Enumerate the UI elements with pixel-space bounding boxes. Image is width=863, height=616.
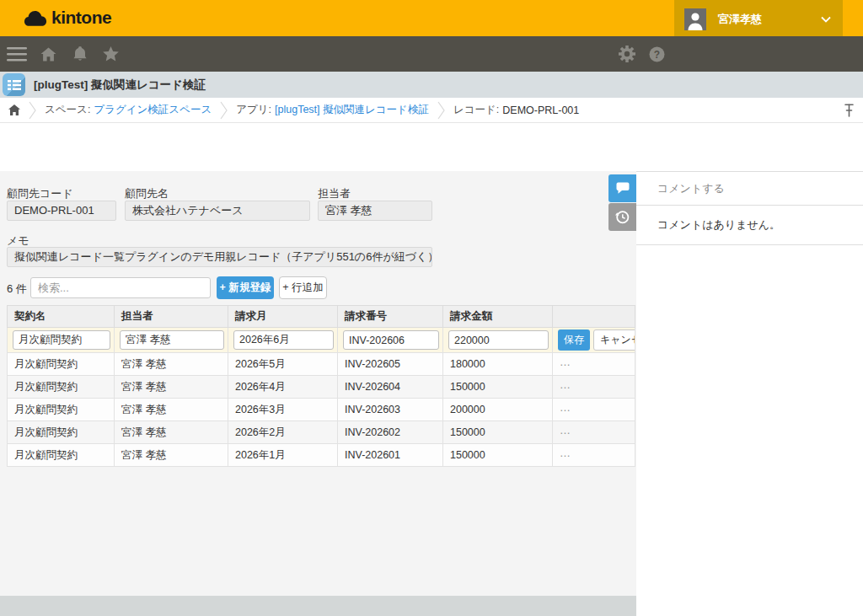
user-name: 宮澤孝慈	[718, 12, 762, 27]
breadcrumb-app-label: アプリ:	[236, 103, 271, 117]
field-label-client-name: 顧問先名	[125, 186, 169, 201]
app-header: [plugTest] 擬似関連レコード検証	[0, 72, 863, 98]
cell-contract: 月次顧問契約	[8, 376, 115, 399]
cancel-button[interactable]: キャンセル	[593, 329, 635, 351]
cell-invoice-no: INV-202602	[338, 421, 443, 444]
table-header-row: 契約名 担当者 請求月 請求番号 請求金額	[8, 306, 635, 328]
kintone-logo[interactable]: kintone	[24, 8, 111, 28]
app-icon[interactable]	[3, 73, 25, 96]
cloud-logo-icon	[24, 9, 47, 27]
row-menu-button[interactable]: ⋯	[560, 382, 571, 394]
breadcrumb-separator-icon	[29, 100, 36, 121]
chevron-down-icon	[821, 16, 831, 23]
edit-contract-input[interactable]	[13, 330, 110, 350]
star-icon[interactable]	[99, 36, 121, 72]
related-records-table: 契約名 担当者 請求月 請求番号 請求金額 保存キャンセル	[7, 305, 635, 467]
row-menu-button[interactable]: ⋯	[560, 450, 571, 462]
global-toolbar: ?	[0, 36, 863, 72]
table-row: 月次顧問契約 宮澤 孝慈 2026年3月 INV-202603 200000 ⋯	[8, 399, 635, 421]
cell-invoice-no: INV-202603	[338, 399, 443, 421]
save-button[interactable]: 保存	[558, 329, 590, 351]
field-value-client-code: DEMO-PRL-001	[7, 201, 116, 221]
col-header-amount: 請求金額	[443, 306, 553, 328]
cell-billing-month: 2026年3月	[228, 399, 338, 421]
record-detail-area: 顧問先コード DEMO-PRL-001 顧問先名 株式会社ハテナベース 担当者 …	[0, 171, 636, 596]
edit-billing-month-input[interactable]	[233, 330, 334, 350]
breadcrumb: スペース: プラグイン検証スペース アプリ: [plugTest] 擬似関連レコ…	[0, 98, 863, 123]
breadcrumb-home-icon[interactable]	[8, 104, 20, 115]
row-menu-button[interactable]: ⋯	[560, 404, 571, 416]
edit-amount-input[interactable]	[448, 330, 549, 350]
col-header-assignee: 担当者	[115, 306, 228, 328]
col-header-actions	[553, 306, 635, 328]
field-label-assignee: 担当者	[318, 186, 351, 201]
col-header-billing-month: 請求月	[228, 306, 338, 328]
svg-text:?: ?	[653, 48, 659, 60]
cell-amount: 150000	[443, 421, 553, 444]
row-menu-button[interactable]: ⋯	[560, 359, 571, 371]
top-bar: kintone 宮澤孝慈	[0, 0, 863, 36]
cell-contract: 月次顧問契約	[8, 421, 115, 444]
table-row: 月次顧問契約 宮澤 孝慈 2026年5月 INV-202605 180000 ⋯	[8, 353, 635, 376]
hamburger-menu-icon[interactable]	[5, 36, 29, 72]
cell-assignee: 宮澤 孝慈	[115, 444, 228, 467]
breadcrumb-separator-icon	[437, 100, 445, 121]
home-icon[interactable]	[37, 36, 59, 72]
bottom-scrollbar-track[interactable]	[0, 596, 636, 616]
tab-history[interactable]	[608, 203, 636, 231]
field-label-client-code: 顧問先コード	[7, 186, 73, 201]
cell-invoice-no: INV-202601	[338, 444, 443, 467]
bell-icon[interactable]	[69, 36, 91, 72]
record-toolbar	[0, 124, 863, 171]
field-value-memo: 擬似関連レコード一覧プラグインのデモ用親レコード（子アプリ551の6件が紐づく）	[7, 247, 432, 267]
field-value-client-name: 株式会社ハテナベース	[125, 201, 310, 221]
cell-contract: 月次顧問契約	[8, 444, 115, 467]
comment-compose-field[interactable]: コメントする	[636, 172, 863, 206]
edit-invoice-no-input[interactable]	[343, 330, 439, 350]
cell-contract: 月次顧問契約	[8, 399, 115, 421]
tab-comments[interactable]	[608, 174, 636, 202]
row-menu-button[interactable]: ⋯	[560, 427, 571, 439]
cell-billing-month: 2026年4月	[228, 376, 338, 399]
logo-text: kintone	[51, 8, 111, 28]
cell-invoice-no: INV-202604	[338, 376, 443, 399]
cell-contract: 月次顧問契約	[8, 353, 115, 376]
cell-assignee: 宮澤 孝慈	[115, 421, 228, 444]
cell-invoice-no: INV-202605	[338, 353, 443, 376]
table-row: 月次顧問契約 宮澤 孝慈 2026年2月 INV-202602 150000 ⋯	[8, 421, 635, 444]
breadcrumb-app-link[interactable]: [plugTest] 擬似関連レコード検証	[275, 103, 429, 117]
col-header-invoice-no: 請求番号	[338, 306, 443, 328]
user-menu-button[interactable]: 宮澤孝慈	[674, 0, 843, 39]
add-new-button[interactable]: + 新規登録	[217, 276, 274, 299]
cell-assignee: 宮澤 孝慈	[115, 399, 228, 421]
table-row: 月次顧問契約 宮澤 孝慈 2026年4月 INV-202604 150000 ⋯	[8, 376, 635, 399]
cell-assignee: 宮澤 孝慈	[115, 376, 228, 399]
table-edit-row: 保存キャンセル	[8, 328, 635, 353]
user-avatar	[684, 8, 706, 30]
subtable-search-input[interactable]	[30, 277, 211, 298]
kintone-record-page: kintone 宮澤孝慈	[0, 0, 863, 616]
history-clock-icon	[615, 210, 630, 224]
breadcrumb-record-label: レコード:	[453, 103, 499, 117]
settings-gear-icon[interactable]	[616, 36, 638, 72]
add-row-button[interactable]: + 行追加	[279, 276, 327, 299]
col-header-contract: 契約名	[8, 306, 115, 328]
comments-empty-message: コメントはありません。	[636, 206, 863, 245]
help-icon[interactable]: ?	[646, 36, 667, 72]
field-value-assignee: 宮澤 孝慈	[318, 201, 432, 221]
sidebar-tabs	[608, 174, 636, 232]
cell-amount: 150000	[443, 376, 553, 399]
pin-icon[interactable]	[844, 104, 855, 117]
cell-assignee: 宮澤 孝慈	[115, 353, 228, 376]
breadcrumb-record-value: DEMO-PRL-001	[502, 104, 579, 116]
cell-amount: 200000	[443, 399, 553, 421]
breadcrumb-separator-icon	[220, 100, 228, 121]
edit-assignee-input[interactable]	[120, 330, 224, 350]
cell-billing-month: 2026年5月	[228, 353, 338, 376]
breadcrumb-space-link[interactable]: プラグイン検証スペース	[94, 103, 212, 117]
app-title: [plugTest] 擬似関連レコード検証	[34, 78, 206, 93]
breadcrumb-space-label: スペース:	[45, 103, 90, 117]
cell-amount: 150000	[443, 444, 553, 467]
record-count: 6 件	[7, 281, 27, 297]
table-row: 月次顧問契約 宮澤 孝慈 2026年1月 INV-202601 150000 ⋯	[8, 444, 635, 467]
